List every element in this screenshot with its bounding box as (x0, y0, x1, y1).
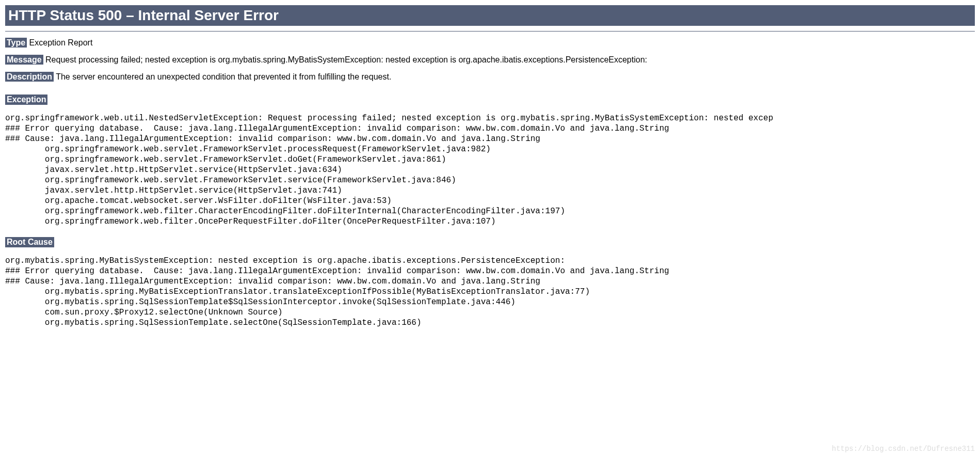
root-cause-trace: org.mybatis.spring.MyBatisSystemExceptio… (5, 256, 975, 328)
description-label: Description (5, 72, 54, 82)
root-cause-header: Root Cause (5, 237, 54, 247)
type-line: Type Exception Report (5, 38, 975, 49)
exception-header: Exception (5, 95, 47, 105)
message-line: Message Request processing failed; neste… (5, 55, 975, 66)
message-label: Message (5, 55, 43, 65)
page-title: HTTP Status 500 – Internal Server Error (5, 5, 975, 26)
message-value: Request processing failed; nested except… (45, 55, 647, 64)
description-value: The server encountered an unexpected con… (56, 72, 391, 81)
type-value: Exception Report (29, 38, 93, 47)
type-label: Type (5, 38, 27, 48)
description-line: Description The server encountered an un… (5, 72, 975, 83)
exception-trace: org.springframework.web.util.NestedServl… (5, 113, 975, 227)
divider (5, 31, 975, 32)
